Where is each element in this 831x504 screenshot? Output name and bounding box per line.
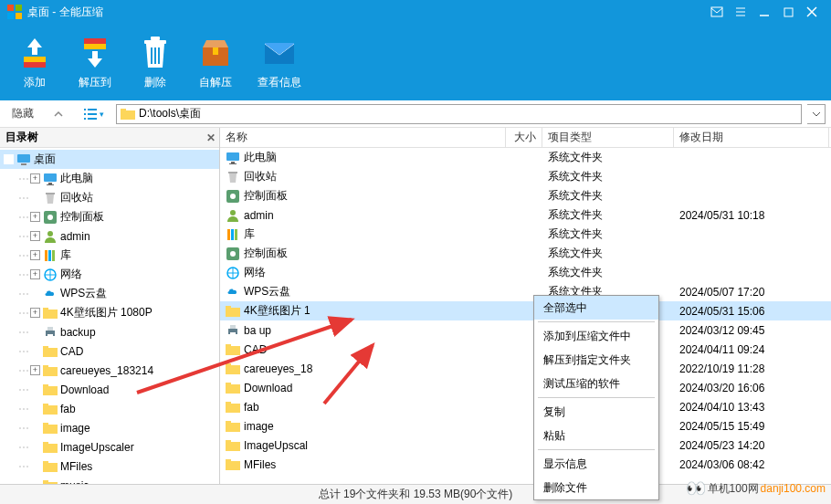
svg-point-28 xyxy=(47,231,53,236)
svg-rect-21 xyxy=(21,163,26,165)
tree-node[interactable]: ⋯+此电脑 xyxy=(0,169,219,188)
tree-node[interactable]: ⋯image xyxy=(0,418,219,437)
context-menu-item[interactable]: 显示信息 xyxy=(534,452,658,476)
tree-node[interactable]: ⋯+4K壁纸图片 1080P xyxy=(0,303,219,322)
expander-icon[interactable]: + xyxy=(30,269,40,279)
up-button[interactable] xyxy=(46,104,71,124)
sfx-button[interactable]: 自解压 xyxy=(197,27,234,97)
svg-rect-20 xyxy=(17,154,30,163)
svg-rect-82 xyxy=(226,442,240,451)
tree-node[interactable]: ⋯WPS云盘 xyxy=(0,284,219,303)
tree[interactable]: 桌面⋯+此电脑⋯回收站⋯+控制面板⋯+admin⋯+库⋯+网络⋯WPS云盘⋯+4… xyxy=(0,148,219,484)
file-row[interactable]: CAD文件夹2024/04/11 09:24 xyxy=(220,340,831,359)
tree-node[interactable]: ⋯music xyxy=(0,476,219,484)
window-title: 桌面 - 全能压缩 xyxy=(27,5,705,20)
tree-node[interactable]: ⋯backup xyxy=(0,322,219,341)
svg-rect-70 xyxy=(230,325,236,329)
tree-node[interactable]: ⋯回收站 xyxy=(0,188,219,207)
hide-button[interactable]: 隐藏 xyxy=(5,104,40,124)
expander-icon[interactable]: + xyxy=(30,212,40,222)
svg-rect-76 xyxy=(226,384,240,394)
tree-node[interactable]: 桌面 xyxy=(0,150,219,169)
file-row[interactable]: 网络系统文件夹 xyxy=(220,263,831,282)
context-menu-item[interactable]: 全部选中 xyxy=(534,296,658,320)
tree-node[interactable]: ⋯+careueyes_183214 xyxy=(0,361,219,380)
file-row[interactable]: Download文件夹2024/03/20 16:06 xyxy=(220,378,831,397)
svg-rect-4 xyxy=(711,7,722,16)
expander-icon[interactable]: + xyxy=(30,308,40,318)
svg-rect-22 xyxy=(44,173,57,182)
tree-node[interactable]: ⋯fab xyxy=(0,399,219,418)
file-row[interactable]: WPS云盘系统文件夹2024/05/07 17:20 xyxy=(220,282,831,301)
expander-icon[interactable]: + xyxy=(30,365,40,375)
extract-label: 解压到 xyxy=(79,75,111,90)
info-button[interactable]: 查看信息 xyxy=(258,27,301,97)
col-type[interactable]: 项目类型 xyxy=(542,128,674,147)
svg-rect-1 xyxy=(16,5,22,11)
svg-rect-6 xyxy=(24,57,46,62)
file-row[interactable]: ImageUpscal文件夹2024/05/23 14:20 xyxy=(220,436,831,455)
col-size[interactable]: 大小 xyxy=(506,128,542,147)
path-dropdown-button[interactable] xyxy=(807,104,826,124)
svg-rect-14 xyxy=(158,47,160,64)
file-list[interactable]: 此电脑系统文件夹回收站系统文件夹控制面板系统文件夹admin系统文件夹2024/… xyxy=(220,148,831,484)
context-menu-item[interactable]: 解压到指定文件夹 xyxy=(534,348,658,372)
file-row[interactable]: 控制面板系统文件夹 xyxy=(220,244,831,263)
file-row[interactable]: fab文件夹2024/04/10 13:43 xyxy=(220,397,831,416)
tree-node[interactable]: ⋯CAD xyxy=(0,341,219,361)
extract-button[interactable]: 解压到 xyxy=(77,27,113,97)
tree-close-button[interactable]: ✕ xyxy=(206,131,216,144)
tree-node[interactable]: ⋯+admin xyxy=(0,226,219,246)
file-row[interactable]: 控制面板系统文件夹 xyxy=(220,186,831,205)
col-date[interactable]: 修改日期 xyxy=(674,128,829,147)
add-button[interactable]: 添加 xyxy=(16,27,53,97)
context-menu-item[interactable]: 删除文件 xyxy=(534,476,658,499)
maximize-button[interactable] xyxy=(776,0,800,24)
file-row[interactable]: 4K壁纸图片 1文件夹2024/05/31 15:06 xyxy=(220,301,831,320)
svg-rect-51 xyxy=(43,461,48,464)
file-row[interactable]: MFiles文件夹2024/03/06 08:42 xyxy=(220,455,831,474)
svg-rect-67 xyxy=(226,308,240,317)
context-menu-item[interactable]: 添加到压缩文件中 xyxy=(534,324,658,348)
tree-node[interactable]: ⋯ImageUpscaler xyxy=(0,437,219,457)
menu-icon[interactable] xyxy=(729,0,752,24)
file-row[interactable]: 库系统文件夹 xyxy=(220,225,831,244)
mail-icon[interactable] xyxy=(705,0,729,24)
path-input-container[interactable] xyxy=(116,104,802,124)
svg-rect-81 xyxy=(226,421,231,424)
file-row[interactable]: ba up文件夹2024/03/12 09:45 xyxy=(220,320,831,340)
svg-rect-62 xyxy=(231,229,234,240)
svg-rect-77 xyxy=(226,383,231,385)
svg-rect-73 xyxy=(226,344,231,347)
file-row[interactable]: image文件夹2024/05/15 15:49 xyxy=(220,416,831,436)
tree-node[interactable]: ⋯MFiles xyxy=(0,457,219,476)
tree-node[interactable]: ⋯+库 xyxy=(0,246,219,265)
delete-button[interactable]: 删除 xyxy=(137,27,174,97)
svg-point-27 xyxy=(47,215,53,220)
context-menu-item[interactable]: 测试压缩的软件 xyxy=(534,372,658,395)
col-name[interactable]: 名称 xyxy=(220,128,506,147)
file-row[interactable]: careueyes_18文件夹2022/10/19 11:28 xyxy=(220,359,831,378)
svg-rect-57 xyxy=(228,172,237,173)
svg-rect-18 xyxy=(121,110,135,120)
app-logo-icon xyxy=(7,5,22,19)
add-icon xyxy=(16,35,53,71)
close-button[interactable] xyxy=(800,0,824,24)
file-row[interactable]: 回收站系统文件夹 xyxy=(220,167,831,186)
tree-node[interactable]: ⋯+控制面板 xyxy=(0,207,219,226)
svg-rect-53 xyxy=(43,480,48,483)
file-row[interactable]: 此电脑系统文件夹 xyxy=(220,148,831,167)
path-input[interactable] xyxy=(139,108,797,121)
file-row[interactable]: admin系统文件夹2024/05/31 10:18 xyxy=(220,205,831,225)
tree-node[interactable]: ⋯Download xyxy=(0,380,219,399)
expander-icon[interactable]: + xyxy=(30,231,40,241)
context-menu[interactable]: 全部选中添加到压缩文件中解压到指定文件夹测试压缩的软件复制粘贴显示信息删除文件 xyxy=(533,295,659,500)
expander-icon[interactable]: + xyxy=(30,250,40,260)
expander-icon[interactable]: + xyxy=(30,173,40,184)
minimize-button[interactable] xyxy=(752,0,776,24)
view-list-button[interactable]: ▾ xyxy=(77,104,110,124)
context-menu-item[interactable]: 复制 xyxy=(534,400,658,424)
context-menu-item[interactable]: 粘贴 xyxy=(534,424,658,447)
svg-rect-2 xyxy=(7,13,14,19)
tree-node[interactable]: ⋯+网络 xyxy=(0,265,219,284)
